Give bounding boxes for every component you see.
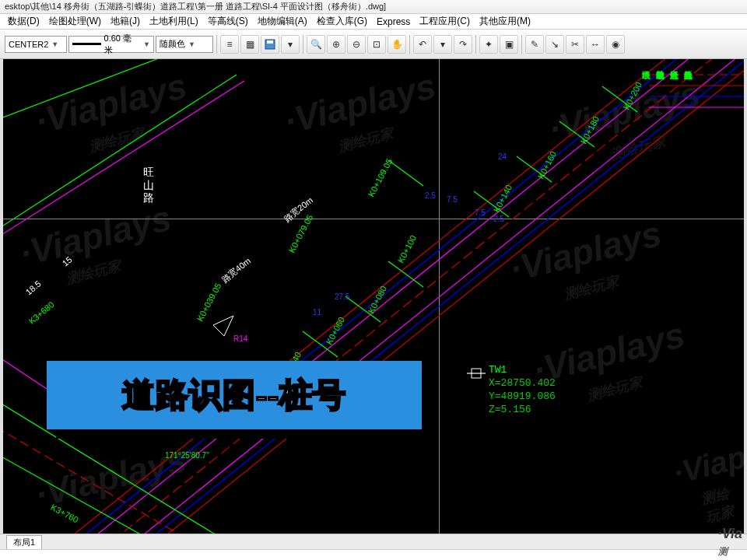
- dim-label: 24: [498, 152, 507, 161]
- menu-check[interactable]: 检查入库(G): [314, 13, 370, 30]
- svg-line-7: [77, 59, 715, 534]
- svg-line-21: [388, 261, 423, 287]
- svg-line-8: [65, 59, 703, 534]
- lineweight-combo[interactable]: 0.60 毫米▼: [68, 36, 154, 53]
- grid-icon[interactable]: ▦: [240, 35, 259, 54]
- command-line[interactable]: [0, 549, 747, 560]
- break-icon[interactable]: ✂: [566, 35, 584, 54]
- undo-dropdown-icon[interactable]: ▾: [433, 35, 452, 54]
- dim-label: 2.5: [493, 215, 504, 223]
- list-icon[interactable]: ≡: [220, 35, 239, 54]
- point-x: X=28750.402: [489, 377, 556, 390]
- toolbar: CENTER2▼ 0.60 毫米▼ 随颜色▼ ≡ ▦ ▾ 🔍 ⊕ ⊖ ⊡ ✋ ↶…: [0, 30, 747, 59]
- lineweight-value: 0.60 毫米: [104, 33, 138, 56]
- color-combo[interactable]: 随颜色▼: [156, 36, 213, 53]
- dim-label: 11: [313, 308, 321, 317]
- radius-note: R14: [233, 334, 247, 343]
- menu-feature[interactable]: 地物编辑(A): [254, 13, 310, 30]
- dim-label: 2.5: [425, 191, 436, 200]
- line-tool-icon[interactable]: ↘: [545, 35, 564, 54]
- point-readout: TW1 X=28750.402 Y=48919.086 Z=5.156: [489, 364, 556, 417]
- point-z: Z=5.156: [489, 404, 556, 417]
- svg-rect-1: [267, 40, 273, 44]
- point-icon[interactable]: ✎: [525, 35, 544, 54]
- menu-contour[interactable]: 等高线(S): [205, 13, 251, 30]
- dim-label: 7.5: [447, 195, 458, 204]
- color-value: 随颜色: [160, 38, 185, 50]
- redo-icon[interactable]: ↷: [454, 35, 472, 54]
- menu-draw[interactable]: 绘图处理(W): [46, 13, 104, 30]
- query-icon[interactable]: ◉: [606, 35, 625, 54]
- layout-tab[interactable]: 布局1: [6, 535, 42, 549]
- caption-text: 道路识图--桩号: [122, 373, 346, 417]
- tool2-icon[interactable]: ▣: [500, 35, 518, 54]
- svg-line-20: [388, 160, 423, 186]
- zoom-window-icon[interactable]: 🔍: [307, 35, 325, 54]
- drawing-canvas[interactable]: ·Viaplays 测绘玩家 ·Viaplays 测绘玩家 ·Viaplays …: [0, 59, 747, 534]
- angle-note: 171°25'80.7": [165, 451, 209, 460]
- title-text: esktop\其他\14 移舟街（五湖路-引蝶街）道路工程\第一册 道路工程\S…: [5, 2, 386, 11]
- zoom-extents-icon[interactable]: ⊡: [367, 35, 386, 54]
- window-titlebar: esktop\其他\14 移舟街（五湖路-引蝶街）道路工程\第一册 道路工程\S…: [0, 0, 747, 14]
- zoom-out-icon[interactable]: ⊖: [347, 35, 366, 54]
- svg-line-6: [89, 59, 727, 534]
- point-y: Y=48919.086: [489, 390, 556, 404]
- svg-line-3: [3, 81, 244, 254]
- layout-tabs: 布局1: [0, 534, 747, 549]
- save-icon[interactable]: [261, 35, 279, 54]
- menu-cadastre[interactable]: 地籍(J): [107, 13, 143, 30]
- pan-icon[interactable]: ✋: [388, 35, 406, 54]
- dim-label: 27.5: [335, 292, 349, 301]
- menu-data[interactable]: 数据(D): [5, 13, 43, 30]
- svg-line-10: [147, 59, 744, 534]
- dim-label: 7.5: [475, 208, 486, 217]
- undo-icon[interactable]: ↶: [413, 35, 432, 54]
- menu-express[interactable]: Express: [374, 15, 413, 29]
- brand-footer: ·Via 测: [718, 526, 742, 558]
- svg-marker-30: [213, 316, 233, 336]
- lineweight-sample: [72, 43, 101, 45]
- menu-other[interactable]: 其他应用(M): [476, 13, 534, 30]
- dropdown-icon[interactable]: ▾: [281, 35, 300, 54]
- svg-line-9: [135, 59, 744, 534]
- tool1-icon[interactable]: ✦: [479, 35, 498, 54]
- zoom-in-icon[interactable]: ⊕: [327, 35, 345, 54]
- measure-icon[interactable]: ↔: [586, 35, 605, 54]
- menu-landuse[interactable]: 土地利用(L): [146, 13, 202, 30]
- menubar: 数据(D) 绘图处理(W) 地籍(J) 土地利用(L) 等高线(S) 地物编辑(…: [0, 14, 747, 30]
- menu-engineering[interactable]: 工程应用(C): [416, 13, 473, 30]
- linetype-value: CENTER2: [9, 40, 48, 49]
- linetype-combo[interactable]: CENTER2▼: [5, 36, 67, 53]
- point-name: TW1: [489, 364, 556, 377]
- road-name: 旺 山 路: [142, 159, 156, 188]
